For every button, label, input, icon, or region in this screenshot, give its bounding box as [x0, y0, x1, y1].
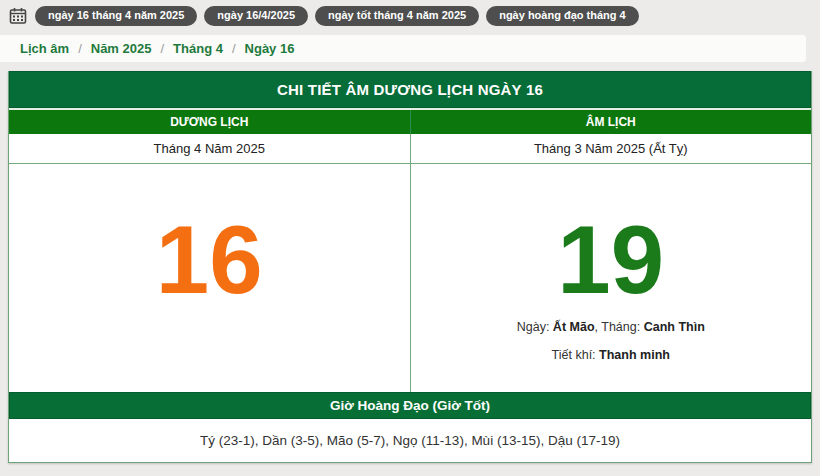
solar-column-header: DƯƠNG LỊCH	[9, 110, 410, 134]
lunar-month-label: Tháng 3 Năm 2025 (Ất Tỵ)	[410, 134, 812, 163]
solar-day-cell: 16	[9, 164, 410, 392]
tag-pill-date-full[interactable]: ngày 16 tháng 4 năm 2025	[35, 6, 197, 26]
tietkhi-line: Tiết khí: Thanh minh	[552, 348, 670, 362]
lunar-month-canchi: Canh Thìn	[644, 320, 705, 334]
breadcrumb-lich-am[interactable]: Lịch âm	[20, 41, 69, 56]
solar-day-number: 16	[156, 210, 263, 311]
breadcrumb-thang-4[interactable]: Tháng 4	[173, 41, 223, 56]
tag-pill-date-short[interactable]: ngày 16/4/2025	[204, 6, 308, 26]
detail-title: CHI TIẾT ÂM DƯƠNG LỊCH NGÀY 16	[9, 71, 811, 108]
lunar-month-label-canchi: Tháng:	[601, 320, 640, 334]
tag-pill-good-days[interactable]: ngày tốt tháng 4 năm 2025	[315, 6, 479, 26]
breadcrumb-separator: /	[232, 41, 236, 56]
breadcrumb-ngay-16: Ngày 16	[245, 41, 295, 56]
lunar-canchi-line: Ngày: Ất Mão, Tháng: Canh Thìn	[517, 320, 705, 334]
hoang-dao-header: Giờ Hoàng Đạo (Giờ Tốt)	[9, 392, 811, 419]
hoang-dao-hours: Tý (23-1), Dần (3-5), Mão (5-7), Ngọ (11…	[9, 419, 811, 462]
solar-month-label: Tháng 4 Năm 2025	[9, 134, 410, 163]
page: ngày 16 tháng 4 năm 2025 ngày 16/4/2025 …	[0, 0, 820, 463]
tietkhi-label: Tiết khí:	[552, 348, 596, 362]
tags-bar: ngày 16 tháng 4 năm 2025 ngày 16/4/2025 …	[0, 0, 820, 27]
lunar-day-cell: 19 Ngày: Ất Mão, Tháng: Canh Thìn Tiết k…	[410, 164, 812, 392]
lunar-day-label: Ngày:	[517, 320, 550, 334]
calendar-detail-table: CHI TIẾT ÂM DƯƠNG LỊCH NGÀY 16 DƯƠNG LỊC…	[8, 71, 812, 463]
breadcrumb-nam-2025[interactable]: Năm 2025	[91, 41, 152, 56]
calendar-icon[interactable]	[8, 6, 28, 26]
tietkhi-value: Thanh minh	[599, 348, 670, 362]
lunar-day-number: 19	[557, 210, 664, 311]
tag-pill-hoang-dao[interactable]: ngày hoàng đạo tháng 4	[486, 6, 639, 26]
column-headers: DƯƠNG LỊCH ÂM LỊCH	[9, 108, 811, 134]
breadcrumb-separator: /	[160, 41, 164, 56]
lunar-day-canchi: Ất Mão	[553, 320, 595, 334]
lunar-column-header: ÂM LỊCH	[410, 110, 812, 134]
day-row: 16 19 Ngày: Ất Mão, Tháng: Canh Thìn Tiế…	[9, 164, 811, 392]
breadcrumb: Lịch âm / Năm 2025 / Tháng 4 / Ngày 16	[0, 35, 806, 62]
breadcrumb-separator: /	[78, 41, 82, 56]
month-row: Tháng 4 Năm 2025 Tháng 3 Năm 2025 (Ất Tỵ…	[9, 134, 811, 164]
